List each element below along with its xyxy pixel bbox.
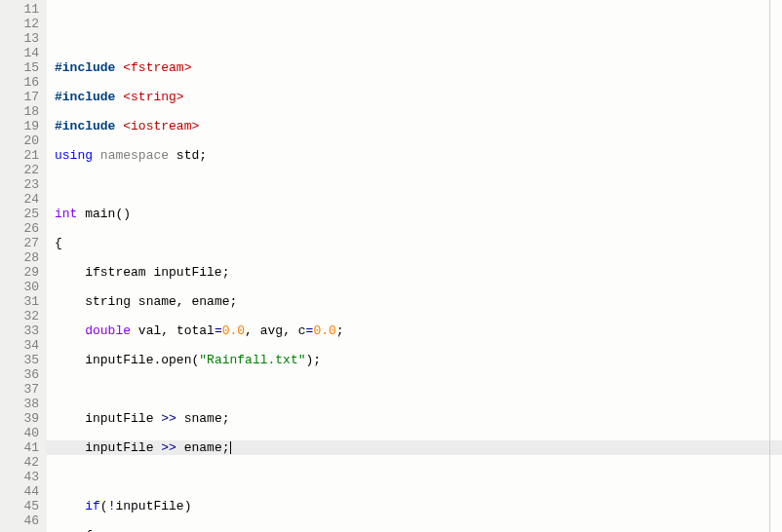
line-number: 12 [0, 17, 47, 31]
include-path: <string> [123, 90, 183, 104]
code-line[interactable] [55, 382, 782, 397]
line-number: 36 [0, 367, 47, 382]
type: int [55, 207, 77, 221]
line-number: 14 [0, 46, 47, 60]
line-number: 33 [0, 323, 47, 338]
line-number: 42 [0, 455, 47, 470]
line-number: 45 [0, 499, 47, 513]
code-line[interactable]: #include <iostream> [55, 119, 782, 133]
code-line[interactable]: string sname, ename; [55, 294, 782, 309]
code-line[interactable]: { [55, 528, 782, 532]
line-number: 18 [0, 104, 47, 119]
code-line[interactable]: inputFile.open("Rainfall.txt"); [55, 353, 782, 367]
include-path: <fstream> [123, 60, 191, 75]
string: "Rainfall.txt" [199, 353, 305, 367]
line-number: 35 [0, 353, 47, 367]
line-number: 44 [0, 484, 47, 499]
code-line[interactable]: using namespace std; [55, 148, 782, 163]
text-cursor [230, 441, 231, 454]
identifier: std [176, 148, 199, 163]
code-line[interactable]: int main() [55, 207, 782, 221]
line-number: 17 [0, 90, 47, 104]
line-number: 19 [0, 119, 47, 133]
code-editor[interactable]: #include <fstream> #include <string> #in… [47, 0, 782, 532]
line-number: 28 [0, 250, 47, 265]
line-number: 46 [0, 513, 47, 528]
line-number: 29 [0, 265, 47, 280]
number: 0.0 [313, 323, 335, 338]
line-number: 27 [0, 236, 47, 250]
preprocessor: #include [55, 90, 115, 104]
line-number: 16 [0, 75, 47, 90]
line-number-gutter: 1112131415161718192021222324252627282930… [0, 0, 47, 532]
code-line[interactable]: #include <fstream> [55, 60, 782, 75]
line-number: 13 [0, 31, 47, 46]
right-margin-line [769, 0, 770, 532]
line-number: 43 [0, 470, 47, 484]
code-line[interactable] [55, 177, 782, 192]
line-number: 23 [0, 177, 47, 192]
type: double [85, 323, 131, 338]
line-number: 26 [0, 221, 47, 236]
code-line[interactable]: if(!inputFile) [55, 499, 782, 513]
code-line-current[interactable]: inputFile >> ename; [47, 440, 782, 455]
line-number: 34 [0, 338, 47, 353]
line-number: 32 [0, 309, 47, 323]
line-number: 31 [0, 294, 47, 309]
line-number: 22 [0, 163, 47, 177]
preprocessor: #include [55, 60, 115, 75]
line-number: 41 [0, 440, 47, 455]
line-number: 25 [0, 207, 47, 221]
line-number: 15 [0, 60, 47, 75]
code-line[interactable]: ifstream inputFile; [55, 265, 782, 280]
line-number: 39 [0, 411, 47, 426]
line-number: 11 [0, 2, 47, 17]
line-number: 21 [0, 148, 47, 163]
line-number: 37 [0, 382, 47, 397]
include-path: <iostream> [123, 119, 199, 133]
number: 0.0 [222, 323, 245, 338]
keyword: using [55, 148, 93, 163]
code-line[interactable]: double val, total=0.0, avg, c=0.0; [55, 323, 782, 338]
line-number: 20 [0, 133, 47, 148]
code-line[interactable]: #include <string> [55, 90, 782, 104]
preprocessor: #include [55, 119, 115, 133]
line-number: 40 [0, 426, 47, 440]
keyword: namespace [100, 148, 169, 163]
line-number: 38 [0, 397, 47, 411]
code-line[interactable]: { [55, 236, 782, 250]
code-line[interactable] [55, 470, 782, 484]
line-number: 30 [0, 280, 47, 294]
line-number: 24 [0, 192, 47, 207]
keyword: if [85, 499, 100, 513]
code-line[interactable] [55, 31, 782, 46]
code-line[interactable]: inputFile >> sname; [55, 411, 782, 426]
